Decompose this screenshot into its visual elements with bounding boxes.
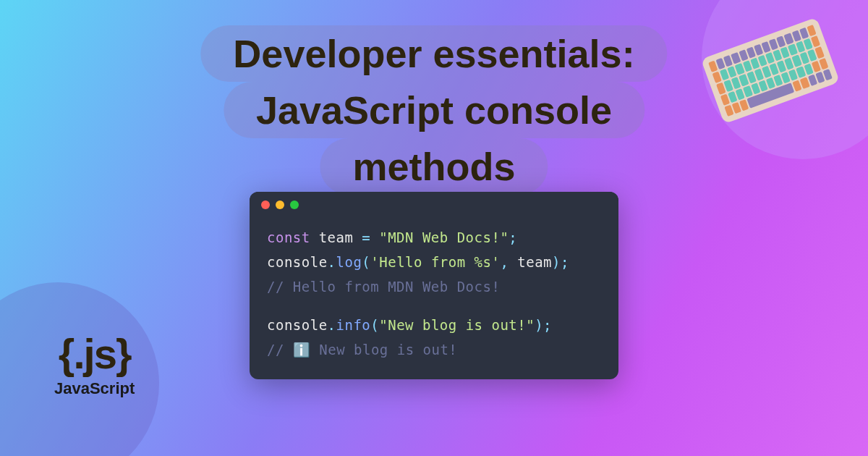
close-icon [261,200,270,209]
minimize-icon [276,200,284,209]
title-line-2: JavaScript console [224,82,644,138]
js-logo-icon: {.js} [54,329,135,378]
maximize-icon [290,200,299,209]
code-line-1: const team = "MDN Web Docs!"; [267,225,601,250]
window-chrome [250,192,618,218]
title-line-1: Developer essentials: [200,25,667,82]
code-body: const team = "MDN Web Docs!"; console.lo… [250,218,618,379]
javascript-badge: {.js} JavaScript [54,329,135,398]
code-line-3: // Hello from MDN Web Docs! [267,274,601,299]
title-line-3: methods [320,138,548,195]
page-title: Developer essentials: JavaScript console… [200,25,667,195]
code-line-5: console.info("New blog is out!"); [267,313,601,337]
js-label: JavaScript [54,379,135,398]
code-line-2: console.log('Hello from %s', team); [267,250,601,274]
code-line-6: // ℹ️ New blog is out! [267,337,601,362]
code-editor-window: const team = "MDN Web Docs!"; console.lo… [250,192,618,379]
